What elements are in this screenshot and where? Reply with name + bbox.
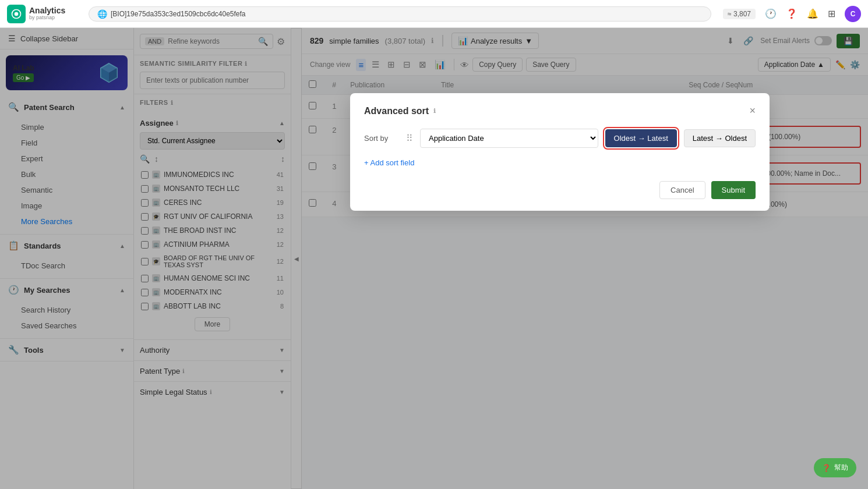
add-sort-field-btn[interactable]: + Add sort field: [364, 156, 414, 169]
advanced-sort-modal: Advanced sort ℹ × Sort by ⠿ Application …: [350, 93, 770, 211]
modal-header: Advanced sort ℹ ×: [364, 105, 756, 117]
logo-icon: [7, 5, 26, 23]
modal-footer: Cancel Submit: [364, 181, 756, 199]
grid-icon[interactable]: ⊞: [828, 8, 835, 19]
submit-btn[interactable]: Submit: [711, 181, 756, 199]
sort-row: Sort by ⠿ Application Date Publication D…: [364, 129, 756, 148]
url-text: [BIO]19e75da353c3ed1509cbc6dc40e5fefa: [111, 10, 246, 18]
sort-field-select[interactable]: Application Date Publication Date Priori…: [420, 129, 598, 148]
latest-oldest-btn[interactable]: Latest → Oldest: [684, 129, 756, 147]
top-nav: Analytics by patsnap 🌐 [BIO]19e75da353c3…: [0, 0, 868, 28]
nav-right: ≈ 3,807 🕐 ❓ 🔔 ⊞ C: [723, 6, 861, 22]
modal-title: Advanced sort ℹ: [364, 106, 436, 116]
add-sort-row: + Add sort field: [364, 156, 756, 169]
sort-by-label: Sort by: [364, 134, 399, 143]
approx-count: ≈ 3,807: [723, 9, 756, 19]
add-sort-label: + Add sort field: [364, 158, 414, 167]
question-icon[interactable]: ❓: [786, 8, 798, 19]
modal-title-text: Advanced sort: [364, 106, 429, 116]
modal-close-btn[interactable]: ×: [749, 105, 756, 117]
cancel-btn[interactable]: Cancel: [659, 181, 705, 199]
globe-icon: 🌐: [97, 9, 107, 19]
help-label: 幫助: [834, 463, 848, 473]
logo-area: Analytics by patsnap: [7, 5, 83, 23]
clock-icon[interactable]: 🕐: [765, 8, 777, 19]
question-circle-icon: ❓: [822, 464, 831, 472]
logo-text: Analytics by patsnap: [29, 6, 65, 21]
svg-point-1: [15, 12, 19, 16]
user-avatar[interactable]: C: [845, 6, 861, 22]
oldest-latest-btn[interactable]: Oldest → Latest: [605, 129, 677, 147]
logo-title: Analytics: [29, 6, 65, 15]
logo-sub: by patsnap: [29, 15, 65, 21]
url-bar[interactable]: 🌐 [BIO]19e75da353c3ed1509cbc6dc40e5fefa: [89, 6, 711, 22]
drag-handle-icon[interactable]: ⠿: [406, 133, 413, 144]
modal-info-icon: ℹ: [433, 108, 436, 114]
help-float-btn[interactable]: ❓ 幫助: [814, 458, 856, 477]
bell-icon[interactable]: 🔔: [807, 8, 818, 19]
